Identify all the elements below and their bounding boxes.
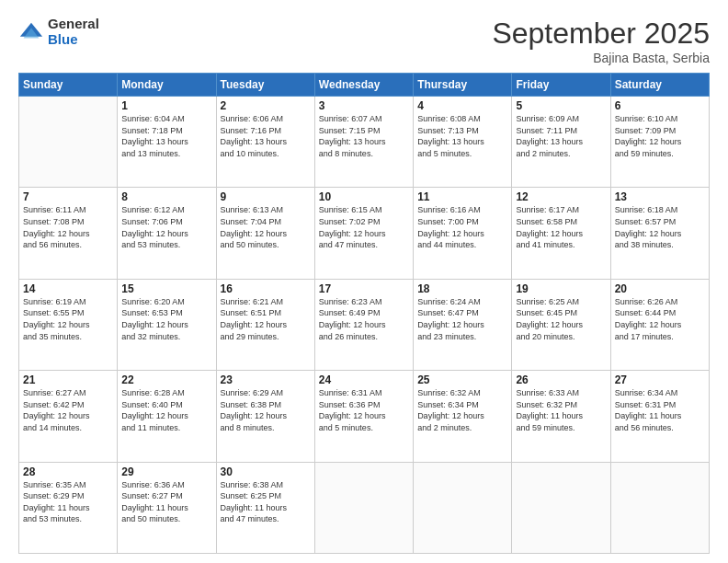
calendar-day-1: 1Sunrise: 6:04 AM Sunset: 7:18 PM Daylig… xyxy=(118,97,216,188)
day-number: 10 xyxy=(319,190,409,203)
empty-day-cell xyxy=(512,462,610,553)
day-info: Sunrise: 6:34 AM Sunset: 6:31 PM Dayligh… xyxy=(615,387,705,433)
day-info: Sunrise: 6:17 AM Sunset: 6:58 PM Dayligh… xyxy=(516,204,606,250)
day-number: 1 xyxy=(121,99,211,112)
day-number: 15 xyxy=(121,282,211,295)
calendar-table: SundayMondayTuesdayWednesdayThursdayFrid… xyxy=(18,73,710,554)
day-number: 28 xyxy=(23,465,113,478)
day-info: Sunrise: 6:20 AM Sunset: 6:53 PM Dayligh… xyxy=(121,296,211,342)
day-number: 17 xyxy=(319,282,409,295)
day-info: Sunrise: 6:15 AM Sunset: 7:02 PM Dayligh… xyxy=(319,204,409,250)
day-info: Sunrise: 6:08 AM Sunset: 7:13 PM Dayligh… xyxy=(417,113,507,159)
day-number: 13 xyxy=(615,190,705,203)
day-number: 26 xyxy=(516,373,606,386)
calendar-day-11: 11Sunrise: 6:16 AM Sunset: 7:00 PM Dayli… xyxy=(414,188,512,279)
day-header-saturday: Saturday xyxy=(610,74,709,97)
day-number: 4 xyxy=(417,99,507,112)
day-number: 7 xyxy=(23,190,113,203)
day-header-wednesday: Wednesday xyxy=(314,74,413,97)
logo-general: General xyxy=(48,17,99,32)
calendar-day-3: 3Sunrise: 6:07 AM Sunset: 7:15 PM Daylig… xyxy=(314,97,413,188)
calendar-week-row: 7Sunrise: 6:11 AM Sunset: 7:08 PM Daylig… xyxy=(19,188,710,279)
day-info: Sunrise: 6:19 AM Sunset: 6:55 PM Dayligh… xyxy=(23,296,113,342)
day-info: Sunrise: 6:23 AM Sunset: 6:49 PM Dayligh… xyxy=(319,296,409,342)
day-info: Sunrise: 6:25 AM Sunset: 6:45 PM Dayligh… xyxy=(516,296,606,342)
calendar-day-16: 16Sunrise: 6:21 AM Sunset: 6:51 PM Dayli… xyxy=(216,279,314,370)
calendar-day-6: 6Sunrise: 6:10 AM Sunset: 7:09 PM Daylig… xyxy=(610,97,709,188)
day-number: 21 xyxy=(23,373,113,386)
calendar-day-28: 28Sunrise: 6:35 AM Sunset: 6:29 PM Dayli… xyxy=(19,462,118,553)
day-number: 8 xyxy=(121,190,211,203)
calendar-week-row: 21Sunrise: 6:27 AM Sunset: 6:42 PM Dayli… xyxy=(19,371,710,462)
calendar-day-2: 2Sunrise: 6:06 AM Sunset: 7:16 PM Daylig… xyxy=(216,97,314,188)
page: General Blue September 2025 Bajina Basta… xyxy=(0,0,728,563)
calendar-header-row: SundayMondayTuesdayWednesdayThursdayFrid… xyxy=(19,74,710,97)
calendar-day-7: 7Sunrise: 6:11 AM Sunset: 7:08 PM Daylig… xyxy=(19,188,118,279)
day-info: Sunrise: 6:13 AM Sunset: 7:04 PM Dayligh… xyxy=(221,204,311,250)
calendar-day-15: 15Sunrise: 6:20 AM Sunset: 6:53 PM Dayli… xyxy=(118,279,216,370)
day-number: 29 xyxy=(121,465,211,478)
day-number: 9 xyxy=(221,190,311,203)
day-info: Sunrise: 6:10 AM Sunset: 7:09 PM Dayligh… xyxy=(615,113,705,159)
day-info: Sunrise: 6:38 AM Sunset: 6:25 PM Dayligh… xyxy=(221,479,311,525)
day-info: Sunrise: 6:35 AM Sunset: 6:29 PM Dayligh… xyxy=(23,479,113,525)
day-header-thursday: Thursday xyxy=(414,74,512,97)
day-info: Sunrise: 6:33 AM Sunset: 6:32 PM Dayligh… xyxy=(516,387,606,433)
day-info: Sunrise: 6:21 AM Sunset: 6:51 PM Dayligh… xyxy=(221,296,311,342)
calendar-day-17: 17Sunrise: 6:23 AM Sunset: 6:49 PM Dayli… xyxy=(314,279,413,370)
day-number: 12 xyxy=(516,190,606,203)
day-number: 16 xyxy=(221,282,311,295)
calendar-day-12: 12Sunrise: 6:17 AM Sunset: 6:58 PM Dayli… xyxy=(512,188,610,279)
day-number: 20 xyxy=(615,282,705,295)
day-info: Sunrise: 6:06 AM Sunset: 7:16 PM Dayligh… xyxy=(221,113,311,159)
day-info: Sunrise: 6:28 AM Sunset: 6:40 PM Dayligh… xyxy=(121,387,211,433)
day-number: 11 xyxy=(417,190,507,203)
calendar-day-5: 5Sunrise: 6:09 AM Sunset: 7:11 PM Daylig… xyxy=(512,97,610,188)
location-subtitle: Bajina Basta, Serbia xyxy=(492,51,710,65)
day-number: 24 xyxy=(319,373,409,386)
empty-day-cell xyxy=(19,97,118,188)
empty-day-cell xyxy=(610,462,709,553)
header: General Blue September 2025 Bajina Basta… xyxy=(18,17,710,65)
calendar-day-4: 4Sunrise: 6:08 AM Sunset: 7:13 PM Daylig… xyxy=(414,97,512,188)
day-info: Sunrise: 6:04 AM Sunset: 7:18 PM Dayligh… xyxy=(121,113,211,159)
calendar-day-30: 30Sunrise: 6:38 AM Sunset: 6:25 PM Dayli… xyxy=(216,462,314,553)
calendar-day-9: 9Sunrise: 6:13 AM Sunset: 7:04 PM Daylig… xyxy=(216,188,314,279)
day-number: 18 xyxy=(417,282,507,295)
day-info: Sunrise: 6:07 AM Sunset: 7:15 PM Dayligh… xyxy=(319,113,409,159)
day-header-tuesday: Tuesday xyxy=(216,74,314,97)
calendar-day-13: 13Sunrise: 6:18 AM Sunset: 6:57 PM Dayli… xyxy=(610,188,709,279)
day-number: 5 xyxy=(516,99,606,112)
day-info: Sunrise: 6:36 AM Sunset: 6:27 PM Dayligh… xyxy=(121,479,211,525)
day-info: Sunrise: 6:16 AM Sunset: 7:00 PM Dayligh… xyxy=(417,204,507,250)
calendar-day-19: 19Sunrise: 6:25 AM Sunset: 6:45 PM Dayli… xyxy=(512,279,610,370)
day-info: Sunrise: 6:11 AM Sunset: 7:08 PM Dayligh… xyxy=(23,204,113,250)
day-number: 2 xyxy=(221,99,311,112)
calendar-day-23: 23Sunrise: 6:29 AM Sunset: 6:38 PM Dayli… xyxy=(216,371,314,462)
day-info: Sunrise: 6:09 AM Sunset: 7:11 PM Dayligh… xyxy=(516,113,606,159)
day-header-friday: Friday xyxy=(512,74,610,97)
empty-day-cell xyxy=(314,462,413,553)
day-number: 23 xyxy=(221,373,311,386)
day-info: Sunrise: 6:24 AM Sunset: 6:47 PM Dayligh… xyxy=(417,296,507,342)
calendar-day-14: 14Sunrise: 6:19 AM Sunset: 6:55 PM Dayli… xyxy=(19,279,118,370)
day-number: 6 xyxy=(615,99,705,112)
day-info: Sunrise: 6:18 AM Sunset: 6:57 PM Dayligh… xyxy=(615,204,705,250)
calendar-week-row: 14Sunrise: 6:19 AM Sunset: 6:55 PM Dayli… xyxy=(19,279,710,370)
calendar-day-20: 20Sunrise: 6:26 AM Sunset: 6:44 PM Dayli… xyxy=(610,279,709,370)
calendar-day-22: 22Sunrise: 6:28 AM Sunset: 6:40 PM Dayli… xyxy=(118,371,216,462)
calendar-day-27: 27Sunrise: 6:34 AM Sunset: 6:31 PM Dayli… xyxy=(610,371,709,462)
logo-icon xyxy=(18,19,44,45)
month-title: September 2025 xyxy=(492,17,710,51)
calendar-day-29: 29Sunrise: 6:36 AM Sunset: 6:27 PM Dayli… xyxy=(118,462,216,553)
logo: General Blue xyxy=(18,17,99,47)
day-header-monday: Monday xyxy=(118,74,216,97)
day-number: 30 xyxy=(221,465,311,478)
logo-blue: Blue xyxy=(48,32,99,48)
logo-text: General Blue xyxy=(48,17,99,47)
day-number: 27 xyxy=(615,373,705,386)
day-number: 14 xyxy=(23,282,113,295)
calendar-day-25: 25Sunrise: 6:32 AM Sunset: 6:34 PM Dayli… xyxy=(414,371,512,462)
day-number: 25 xyxy=(417,373,507,386)
day-header-sunday: Sunday xyxy=(19,74,118,97)
